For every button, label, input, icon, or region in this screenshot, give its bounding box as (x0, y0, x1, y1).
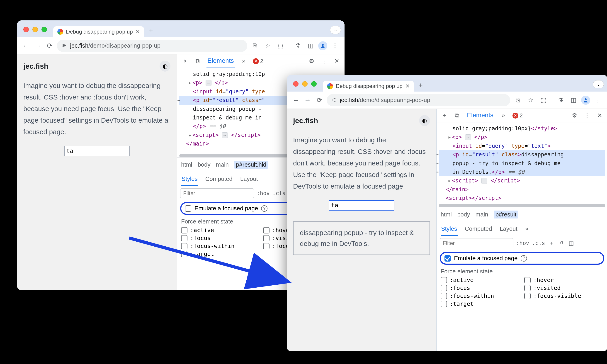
emulate-checkbox-unchecked[interactable] (185, 205, 191, 212)
tab-styles[interactable]: Styles (441, 222, 458, 236)
help-icon[interactable]: ? (261, 205, 268, 212)
theme-toggle-button[interactable]: ◐ (419, 115, 430, 126)
dom-line-selected[interactable]: in DevTools.</p> == $0 (439, 168, 605, 176)
cls-toggle[interactable]: .cls (272, 190, 285, 196)
state-active[interactable]: :active (181, 227, 259, 234)
close-devtools-icon[interactable]: ✕ (333, 58, 340, 65)
dom-line-selected[interactable]: popup - try to inspect & debug me (439, 159, 605, 168)
tab-computed[interactable]: Computed (205, 173, 233, 186)
bookmark-icon[interactable]: ☆ (526, 95, 536, 105)
side-panel-icon[interactable]: ◫ (568, 95, 579, 105)
dom-tree[interactable]: solid gray;padding:10px}</style> ▸<p> ⋯ … (437, 122, 607, 204)
profile-avatar[interactable] (318, 41, 327, 50)
site-info-icon[interactable]: ⚟ (62, 43, 67, 49)
elements-tab[interactable]: Elements (207, 54, 235, 68)
bookmark-icon[interactable]: ☆ (263, 41, 273, 51)
url-field[interactable]: ⚟ jec.fish/demo/disappearing-pop-up (327, 94, 510, 106)
query-input[interactable] (329, 200, 394, 210)
dom-line[interactable]: <script></script> (439, 194, 605, 202)
dom-line[interactable]: </main> (439, 185, 605, 194)
state-target[interactable]: :target (441, 300, 520, 307)
labs-icon[interactable]: ⚗ (293, 41, 303, 51)
toggle-sidebar-icon[interactable]: ◫ (568, 240, 575, 246)
dom-line[interactable]: <input id="query" type="text"> (439, 142, 605, 150)
install-app-icon[interactable]: ⎘ (250, 41, 260, 51)
inspect-icon[interactable]: ⌖ (441, 112, 448, 119)
menu-kebab-icon[interactable]: ⋮ (593, 95, 603, 105)
minimize-window-button[interactable] (32, 27, 38, 32)
extensions-icon[interactable]: ⬚ (538, 95, 548, 105)
tab-layout[interactable]: Layout (240, 173, 258, 186)
dom-line[interactable]: ▸<script> ⋯ </script> (439, 176, 605, 185)
error-indicator[interactable]: ✕ 2 (253, 58, 263, 64)
styles-filter-input[interactable] (440, 238, 513, 248)
devtools-kebab-icon[interactable]: ⋮ (321, 58, 328, 65)
crumb-main[interactable]: main (216, 161, 229, 168)
url-field[interactable]: ⚟ jec.fish/demo/disappearing-pop-up (57, 40, 247, 52)
profile-avatar[interactable] (581, 96, 590, 105)
state-active[interactable]: :active (441, 277, 520, 283)
theme-toggle-button[interactable]: ◐ (160, 61, 170, 72)
menu-kebab-icon[interactable]: ⋮ (330, 41, 340, 51)
back-button[interactable]: ← (22, 41, 31, 50)
error-indicator[interactable]: ✕ 2 (513, 112, 523, 119)
device-toggle-icon[interactable]: ⧉ (453, 112, 461, 119)
query-input[interactable] (64, 146, 130, 156)
tab-list-dropdown[interactable]: ⌄ (593, 80, 604, 88)
crumb-html[interactable]: html (181, 161, 192, 168)
close-tab-button[interactable]: ✕ (405, 83, 410, 89)
more-tabs-icon[interactable]: » (500, 112, 507, 119)
dom-line[interactable]: ▸<p> ⋯ </p> (439, 133, 605, 142)
computed-styles-icon[interactable]: ⎙ (558, 240, 565, 246)
crumb-body[interactable]: body (198, 161, 210, 168)
settings-gear-icon[interactable]: ⚙ (308, 58, 315, 65)
dom-line[interactable]: solid gray;padding:10px}</style> (439, 124, 605, 133)
elements-tab[interactable]: Elements (466, 109, 494, 123)
state-focus-within[interactable]: :focus-within (441, 293, 520, 299)
state-hover[interactable]: :hover (524, 277, 603, 283)
extensions-icon[interactable]: ⬚ (275, 41, 285, 51)
close-tab-button[interactable]: ✕ (136, 28, 140, 35)
emulate-focused-page-row[interactable]: Emulate a focused page ? (440, 252, 604, 265)
reload-button[interactable]: ⟳ (315, 96, 324, 105)
labs-icon[interactable]: ⚗ (556, 95, 566, 105)
dom-line-selected[interactable]: <p id="result" class>dissappearing (439, 150, 605, 159)
more-tabs-icon[interactable]: » (240, 58, 247, 65)
back-button[interactable]: ← (291, 96, 300, 105)
forward-button[interactable]: → (33, 41, 42, 50)
crumb-body[interactable]: body (457, 211, 470, 218)
close-window-button[interactable] (293, 81, 298, 87)
side-panel-icon[interactable]: ◫ (306, 41, 315, 51)
device-toggle-icon[interactable]: ⧉ (194, 58, 201, 65)
state-target[interactable]: :target (181, 251, 259, 257)
crumb-main[interactable]: main (476, 211, 488, 218)
minimize-window-button[interactable] (302, 81, 308, 87)
maximize-window-button[interactable] (311, 81, 317, 87)
new-tab-button[interactable]: + (416, 80, 426, 90)
hov-toggle[interactable]: :hov (257, 190, 270, 196)
new-tab-button[interactable]: + (146, 26, 156, 36)
state-focus-visible[interactable]: :focus-visible (524, 293, 603, 299)
maximize-window-button[interactable] (41, 27, 47, 32)
new-style-rule-icon[interactable]: + (548, 240, 555, 246)
tab-computed[interactable]: Computed (465, 222, 492, 236)
horizontal-scrollbar[interactable] (439, 204, 605, 207)
devtools-kebab-icon[interactable]: ⋮ (583, 112, 591, 119)
inspect-icon[interactable]: ⌖ (181, 58, 188, 65)
tab-list-dropdown[interactable]: ⌄ (330, 26, 341, 34)
state-focus[interactable]: :focus (441, 285, 520, 291)
crumb-result[interactable]: p#result (494, 210, 518, 219)
crumb-result[interactable]: p#result.hid (234, 161, 268, 169)
tab-styles[interactable]: Styles (181, 173, 198, 186)
browser-tab[interactable]: Debug disappearing pop up ✕ (323, 81, 414, 91)
state-focus[interactable]: :focus (181, 235, 259, 241)
site-info-icon[interactable]: ⚟ (332, 97, 336, 103)
settings-gear-icon[interactable]: ⚙ (571, 112, 578, 119)
cls-toggle[interactable]: .cls (532, 240, 545, 246)
close-window-button[interactable] (23, 27, 29, 32)
state-focus-within[interactable]: :focus-within (181, 243, 259, 249)
emulate-checkbox-checked[interactable] (444, 255, 451, 261)
hov-toggle[interactable]: :hov (516, 240, 529, 246)
styles-filter-input[interactable] (180, 188, 254, 198)
close-devtools-icon[interactable]: ✕ (596, 112, 603, 119)
